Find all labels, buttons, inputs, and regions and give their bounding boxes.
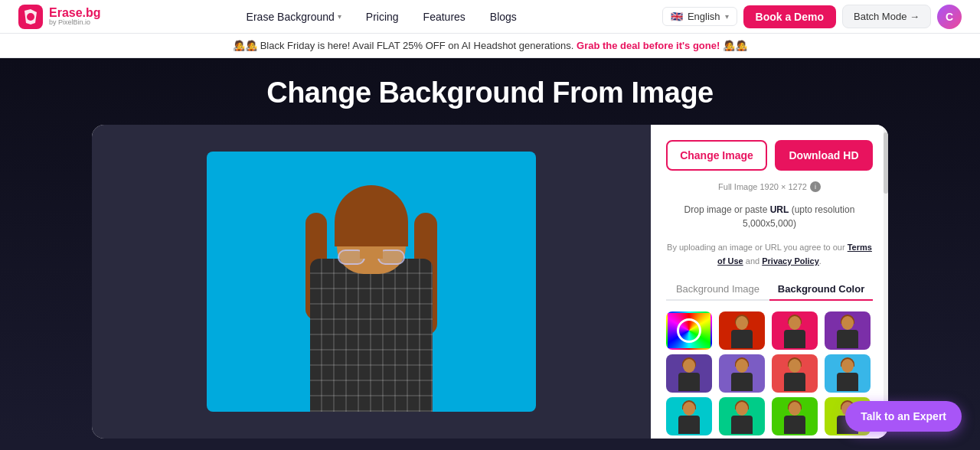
privacy-link[interactable]: Privacy Policy xyxy=(762,256,819,266)
color-swatch-coral[interactable] xyxy=(772,354,818,393)
banner-text: 🧑‍🎤🧑‍🎤 Black Friday is here! Avail FLAT … xyxy=(233,40,573,51)
controls-panel: Change Image Download HD Full Image 1920… xyxy=(651,125,888,439)
logo[interactable]: Erase.bg by PixelBin.io xyxy=(18,5,101,29)
color-swatch-blue-purple[interactable] xyxy=(719,354,765,393)
batch-mode-button[interactable]: Batch Mode → xyxy=(842,5,931,28)
editor-container: Change Image Download HD Full Image 1920… xyxy=(92,125,888,439)
image-panel xyxy=(92,125,651,439)
nav-erase-background[interactable]: Erase Background ▾ xyxy=(234,6,354,28)
color-swatch-red[interactable] xyxy=(719,311,765,350)
nav-right: 🇬🇧 English ▾ Book a Demo Batch Mode → C xyxy=(662,5,962,29)
svg-point-1 xyxy=(27,13,34,21)
color-swatch-cyan[interactable] xyxy=(666,397,712,435)
terms-text: By uploading an image or URL you agree t… xyxy=(666,241,873,268)
scroll-thumb[interactable] xyxy=(884,132,888,194)
subject-figure xyxy=(295,167,448,412)
color-swatch-green[interactable] xyxy=(772,397,818,435)
page-title: Change Background From Image xyxy=(0,77,980,109)
logo-icon xyxy=(18,5,43,29)
hair-top xyxy=(335,185,408,246)
brand-tagline: by PixelBin.io xyxy=(49,19,101,27)
banner-link[interactable]: Grab the deal before it's gone! xyxy=(577,40,720,51)
flag-icon: 🇬🇧 xyxy=(671,11,683,22)
talk-expert-button[interactable]: Talk to an Expert xyxy=(845,401,962,432)
nav-pricing[interactable]: Pricing xyxy=(354,6,411,28)
language-label: English xyxy=(688,11,720,22)
color-grid xyxy=(666,311,873,435)
drop-zone-text: Drop image or paste URL (upto resolution… xyxy=(666,203,873,230)
nav-blogs[interactable]: Blogs xyxy=(478,6,529,28)
color-swatch-violet[interactable] xyxy=(666,354,712,393)
body-outfit xyxy=(310,259,433,412)
promotion-banner: 🧑‍🎤🧑‍🎤 Black Friday is here! Avail FLAT … xyxy=(0,34,980,58)
chevron-down-icon: ▾ xyxy=(725,12,729,21)
book-demo-button[interactable]: Book a Demo xyxy=(743,5,836,28)
tab-background-color[interactable]: Background Color xyxy=(769,279,873,301)
user-avatar[interactable]: C xyxy=(937,5,962,29)
color-swatch-purple[interactable] xyxy=(825,311,871,350)
nav-links: Erase Background ▾ Pricing Features Blog… xyxy=(234,6,529,28)
download-hd-button[interactable]: Download HD xyxy=(775,140,873,171)
info-icon: i xyxy=(810,181,821,192)
nav-features[interactable]: Features xyxy=(411,6,478,28)
action-buttons: Change Image Download HD xyxy=(666,140,873,171)
color-swatch-sky[interactable] xyxy=(825,354,871,393)
brand-name: Erase.bg xyxy=(49,6,101,20)
scrollbar[interactable] xyxy=(884,125,888,439)
main-content: Change Background From Image xyxy=(0,58,980,441)
background-tabs: Background Image Background Color xyxy=(666,279,873,301)
navbar: Erase.bg by PixelBin.io Erase Background… xyxy=(0,0,980,34)
image-frame xyxy=(207,152,536,412)
language-selector[interactable]: 🇬🇧 English ▾ xyxy=(662,7,737,26)
change-image-button[interactable]: Change Image xyxy=(666,140,767,171)
color-swatch-pink[interactable] xyxy=(772,311,818,350)
tab-background-image[interactable]: Background Image xyxy=(666,279,769,301)
color-swatch-picker[interactable] xyxy=(666,311,712,350)
chevron-down-icon: ▾ xyxy=(338,12,341,21)
image-info: Full Image 1920 × 1272 i xyxy=(666,181,873,192)
banner-suffix: 🧑‍🎤🧑‍🎤 xyxy=(723,40,747,51)
color-swatch-teal[interactable] xyxy=(719,397,765,435)
